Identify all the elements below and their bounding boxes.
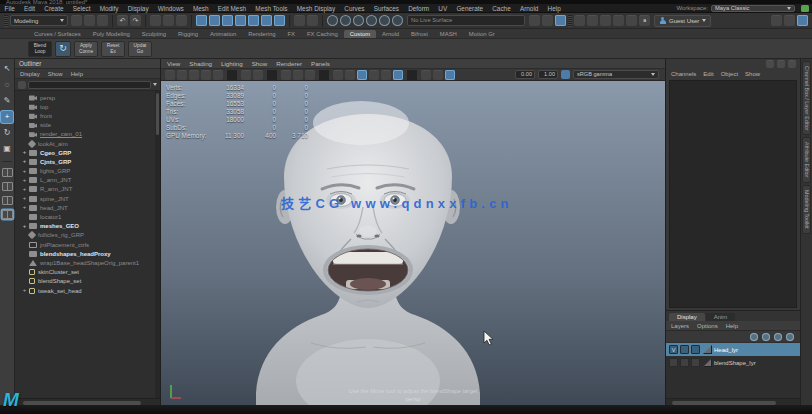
snap-view-icon[interactable] [248, 15, 259, 26]
channel-box-menu-item[interactable]: Edit [703, 69, 713, 79]
attribute-editor-toggle-icon[interactable] [771, 15, 782, 26]
shelf-update-button[interactable]: Updat Go [128, 41, 152, 57]
shaded-textured-icon[interactable] [357, 70, 367, 80]
lasso-tool[interactable]: ◌ [1, 79, 13, 91]
panel-toggle-active-icon[interactable] [555, 15, 566, 26]
evaluation-icon[interactable] [613, 15, 624, 26]
shadows-icon[interactable] [381, 70, 391, 80]
divider[interactable] [267, 70, 277, 80]
viewport-menu-item[interactable]: Renderer [276, 59, 302, 68]
layer-editor-tab[interactable]: Anim [706, 313, 736, 321]
divider[interactable] [145, 15, 146, 27]
group-handle[interactable] [4, 15, 8, 27]
layer-playback-toggle[interactable] [680, 345, 689, 354]
workspace-dropdown[interactable]: Maya Classic [711, 5, 795, 12]
shelf-tab[interactable]: MASH [434, 30, 463, 38]
menu-item[interactable]: Mesh Tools [251, 5, 292, 12]
gpu-override-icon[interactable] [626, 15, 637, 26]
shelf-blend-loop-button[interactable]: Blend Loop [28, 41, 52, 57]
outliner-item[interactable]: + Cjnts_GRP [15, 157, 160, 166]
panel-toggle-single-icon[interactable] [542, 15, 553, 26]
layer-editor-menu-item[interactable]: Help [726, 321, 738, 330]
outliner-item[interactable]: side [15, 121, 160, 130]
live-surface-field[interactable]: No Live Surface [407, 15, 525, 26]
expand-icon[interactable] [21, 232, 28, 239]
layer-visibility-toggle[interactable] [669, 358, 678, 367]
layout-single-icon[interactable] [281, 70, 291, 80]
move-layer-up-icon[interactable] [750, 333, 758, 341]
new-scene-icon[interactable] [71, 15, 82, 26]
shelf-tab[interactable]: Custom [344, 30, 376, 38]
snap-grid-icon[interactable] [196, 15, 207, 26]
outliner-menu-item[interactable]: Help [71, 69, 83, 78]
menu-item[interactable]: Deform [404, 5, 434, 12]
pause-icon[interactable]: ⏸ [639, 15, 650, 26]
light-editor-icon[interactable] [379, 15, 390, 26]
sidebar-vertical-tab[interactable]: Channel Box / Layer Editor [802, 61, 811, 135]
expand-icon[interactable] [21, 122, 28, 129]
viewport-canvas[interactable]: Verts: 16334 0 0 Edges: 33089 0 0 Faces:… [161, 81, 665, 405]
layer-display-toggle[interactable] [691, 345, 700, 354]
expand-icon[interactable] [21, 269, 28, 276]
menu-item[interactable]: Create [40, 5, 68, 12]
menu-item[interactable]: Arnold [515, 5, 543, 12]
camera-select-icon[interactable] [177, 70, 187, 80]
shelf-tab[interactable]: FX Caching [301, 30, 344, 38]
outliner-item[interactable]: persp [15, 93, 160, 102]
channel-box-menu-item[interactable]: Object [721, 69, 738, 79]
menu-item[interactable]: Surfaces [369, 5, 403, 12]
chevron-down-icon[interactable] [153, 83, 157, 86]
viewport-menu-item[interactable]: Panels [311, 59, 330, 68]
open-scene-icon[interactable] [84, 15, 95, 26]
divider[interactable] [407, 70, 417, 80]
channel-box-toggle-icon[interactable] [797, 15, 808, 26]
shelf-reset-button[interactable]: Reset Ex [101, 41, 125, 57]
layer-swatch-icon[interactable] [703, 345, 712, 354]
menu-item[interactable]: Generate [452, 5, 488, 12]
expand-icon[interactable] [21, 241, 28, 248]
menu-item[interactable]: Curves [340, 5, 369, 12]
menu-item[interactable]: Select [68, 5, 95, 12]
expand-icon[interactable]: + [21, 177, 28, 184]
tool-settings-toggle-icon[interactable] [784, 15, 795, 26]
outliner-item[interactable]: front [15, 111, 160, 120]
shelf-tab[interactable]: FX [281, 30, 301, 38]
shelf-tab[interactable]: Motion Gr [463, 30, 501, 38]
layout-four-icon[interactable] [293, 70, 303, 80]
shelf-tab[interactable]: Arnold [376, 30, 405, 38]
shelf-sync-button[interactable]: ↻ [55, 41, 71, 57]
expand-icon[interactable] [21, 278, 28, 285]
channel-box-menu-item[interactable]: Show [745, 69, 760, 79]
shelf-apply-button[interactable]: Apply Conne [74, 41, 98, 57]
move-tool[interactable]: + [1, 111, 13, 123]
snap-curve-icon[interactable] [209, 15, 220, 26]
outliner-item[interactable]: jntPlacement_ctrls [15, 240, 160, 249]
layout-persp-outliner[interactable] [2, 196, 13, 205]
snap-point-icon[interactable] [222, 15, 233, 26]
outliner-menu-item[interactable]: Display [20, 69, 40, 78]
menu-item[interactable]: Edit [20, 5, 40, 12]
expand-icon[interactable] [21, 250, 28, 257]
divider[interactable] [319, 70, 329, 80]
cache-playback-icon[interactable] [600, 15, 611, 26]
outliner-item[interactable]: top [15, 102, 160, 111]
layer-editor-tab[interactable]: Display [669, 313, 705, 321]
layer-editor-menu-item[interactable]: Options [697, 321, 718, 330]
use-all-lights-icon[interactable] [369, 70, 379, 80]
expand-icon[interactable]: + [21, 168, 28, 175]
expand-icon[interactable]: + [21, 204, 28, 211]
exposure-field[interactable]: 0.00 [515, 70, 535, 79]
layout-three-icon[interactable] [305, 70, 315, 80]
viewport-menu-item[interactable]: Shading [189, 59, 212, 68]
viewport-menu-item[interactable]: Lighting [221, 59, 243, 68]
outliner-item[interactable]: blendshapes_headProxy [15, 249, 160, 258]
move-layer-down-icon[interactable] [762, 333, 770, 341]
pin-panel-icon[interactable] [766, 60, 774, 68]
select-component-icon[interactable] [176, 15, 187, 26]
panel-toggle-outliner-icon[interactable] [529, 15, 540, 26]
menu-item[interactable]: Mesh Display [292, 5, 340, 12]
outliner-vscrollbar[interactable] [155, 91, 160, 398]
filter-icon[interactable] [18, 81, 26, 89]
construction-history-icon[interactable] [294, 15, 305, 26]
shaded-icon[interactable] [345, 70, 355, 80]
